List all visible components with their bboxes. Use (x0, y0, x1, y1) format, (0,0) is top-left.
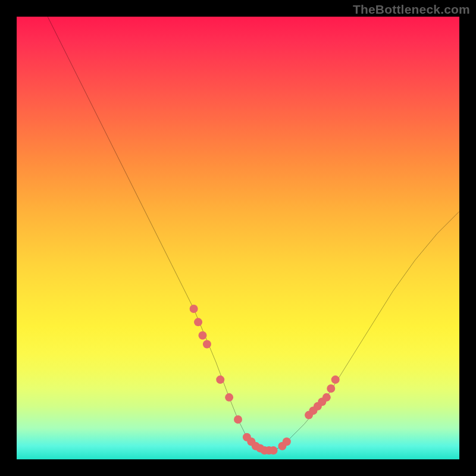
highlight-dot (283, 437, 291, 446)
highlight-dot (225, 393, 233, 402)
chart-svg (17, 17, 459, 459)
highlight-dot (327, 384, 335, 393)
chart-frame: TheBottleneck.com (0, 0, 476, 476)
highlight-dot (270, 446, 278, 455)
highlight-dot (190, 305, 198, 313)
highlight-dot (331, 375, 340, 384)
highlight-dot (194, 318, 202, 326)
highlight-dot (203, 340, 211, 349)
highlight-dot (322, 393, 331, 402)
highlight-dot (234, 415, 242, 424)
highlight-dot (216, 375, 224, 384)
plot-area (17, 17, 459, 459)
watermark-text: TheBottleneck.com (353, 2, 470, 17)
curve-line (48, 17, 459, 450)
highlight-dot (198, 331, 206, 340)
highlight-dots (190, 305, 340, 455)
